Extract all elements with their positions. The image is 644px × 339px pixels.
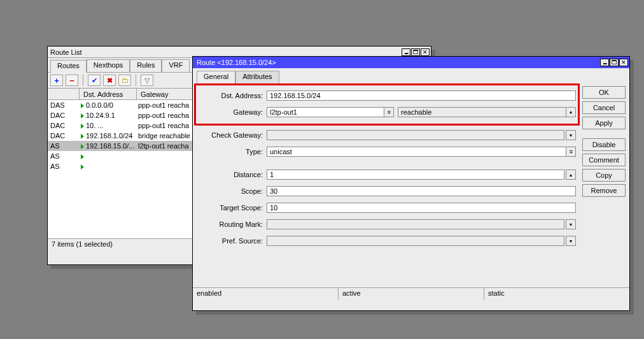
gateway-dropdown-icon[interactable]: ∓ (384, 107, 394, 117)
routing-mark-toggle-icon[interactable]: ▼ (566, 219, 576, 229)
filter-button[interactable]: ▽ (141, 75, 153, 86)
route-active-icon (81, 103, 84, 108)
route-dialog-statusbar: enabled active static (193, 287, 629, 300)
minimize-icon[interactable]: 🗕 (600, 59, 609, 66)
col-flags[interactable] (48, 89, 80, 99)
apply-button[interactable]: Apply (582, 117, 626, 129)
remove-button[interactable]: − (66, 75, 78, 86)
routing-mark-label: Routing Mark: (197, 220, 267, 228)
tab-vrf[interactable]: VRF (162, 59, 190, 72)
maximize-icon[interactable]: 🗖 (610, 59, 619, 66)
row-flags: DAC (48, 122, 80, 129)
row-dst (80, 162, 137, 170)
close-icon[interactable]: ✕ (421, 48, 430, 56)
pref-source-label: Pref. Source: (197, 237, 267, 245)
distance-input[interactable] (267, 170, 564, 180)
route-dialog-title: Route <192.168.15.0/24> (197, 59, 276, 66)
row-flags: AS (48, 142, 80, 150)
distance-label: Distance: (197, 171, 267, 178)
copy-button[interactable]: Copy (582, 169, 626, 182)
gateway-add-icon[interactable]: ♦ (566, 107, 576, 117)
target-scope-input[interactable] (267, 203, 576, 213)
row-dst: 0.0.0.0/0 (80, 101, 137, 109)
route-list-title: Route List (50, 48, 82, 56)
route-dialog-titlebar: Route <192.168.15.0/24> 🗕 🗖 ✕ (193, 57, 629, 68)
cancel-button[interactable]: Cancel (582, 101, 626, 114)
scope-label: Scope: (197, 187, 267, 195)
route-active-icon (81, 164, 84, 170)
gateway-input[interactable] (267, 107, 384, 117)
row-dst (80, 152, 137, 160)
dst-address-label: Dst. Address: (197, 92, 267, 99)
route-active-icon (81, 113, 84, 119)
row-flags: AS (48, 152, 80, 160)
disable-button[interactable]: ✖ (103, 75, 116, 86)
comment-dialog-button[interactable]: Comment (582, 154, 626, 166)
check-gateway-toggle-icon[interactable]: ▼ (566, 130, 576, 140)
distance-toggle-icon[interactable]: ▲ (566, 170, 576, 180)
routing-mark-input[interactable] (267, 219, 564, 229)
row-flags: DAC (48, 112, 80, 119)
minimize-icon[interactable]: 🗕 (402, 48, 410, 56)
type-input[interactable] (267, 147, 566, 157)
row-flags: DAC (48, 132, 80, 140)
route-active-icon (81, 154, 84, 159)
dst-address-input[interactable] (267, 90, 576, 101)
row-dst: 192.168.1.0/24 (80, 132, 137, 140)
disable-dialog-button[interactable]: Disable (582, 138, 626, 151)
route-active-icon (81, 124, 84, 129)
row-dst: 192.168.15.0/... (80, 142, 137, 150)
gateway-label: Gateway: (197, 108, 267, 116)
status-enabled: enabled (193, 288, 339, 300)
dialog-button-column: OK Cancel Apply Disable Comment Copy Rem… (582, 83, 629, 287)
pref-source-toggle-icon[interactable]: ▼ (566, 236, 576, 246)
scope-input[interactable] (267, 186, 576, 196)
remove-dialog-button[interactable]: Remove (582, 184, 626, 197)
type-dropdown-icon[interactable]: ∓ (566, 147, 576, 157)
tab-attributes[interactable]: Attributes (235, 71, 279, 83)
check-gateway-input[interactable] (267, 130, 564, 140)
check-gateway-label: Check Gateway: (197, 131, 267, 139)
status-active: active (339, 288, 484, 300)
tab-rules[interactable]: Rules (130, 59, 162, 72)
enable-button[interactable]: ✔ (88, 75, 101, 86)
tab-routes[interactable]: Routes (50, 60, 87, 73)
status-static: static (484, 288, 629, 300)
row-flags: AS (48, 162, 80, 170)
route-form: Dst. Address: Gateway: ∓ ♦ (193, 83, 582, 287)
target-scope-label: Target Scope: (197, 204, 267, 212)
comment-button[interactable]: 🗀 (118, 75, 131, 86)
tab-nexthops[interactable]: Nexthops (87, 59, 130, 72)
close-icon[interactable]: ✕ (619, 59, 628, 66)
type-label: Type: (197, 148, 267, 155)
gateway-status-field (398, 107, 566, 117)
tab-general[interactable]: General (197, 71, 235, 83)
pref-source-input[interactable] (267, 236, 564, 246)
row-flags: DAS (48, 101, 80, 109)
ok-button[interactable]: OK (582, 86, 626, 99)
col-dst-address[interactable]: Dst. Address (80, 89, 137, 99)
route-active-icon (81, 144, 84, 149)
add-button[interactable]: + (50, 75, 63, 86)
route-active-icon (81, 134, 84, 139)
maximize-icon[interactable]: 🗖 (411, 48, 420, 56)
row-dst: 10. ... (80, 122, 137, 129)
row-dst: 10.24.9.1 (80, 112, 137, 119)
route-dialog: Route <192.168.15.0/24> 🗕 🗖 ✕ General At… (192, 56, 630, 311)
